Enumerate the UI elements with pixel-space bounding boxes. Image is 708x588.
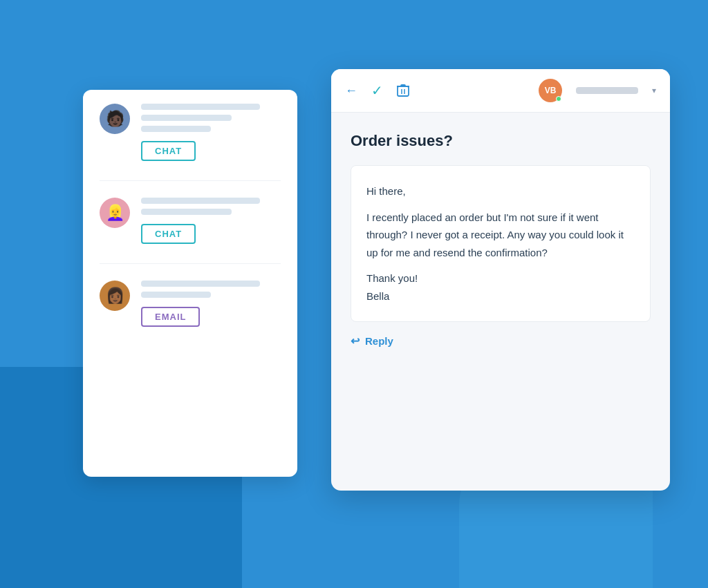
email-closing: Thank you!Bella bbox=[366, 269, 635, 305]
email-toolbar: ← ✓ VB ▾ bbox=[331, 69, 670, 113]
agent-name-bar bbox=[576, 87, 638, 94]
list-item: 🧑🏿 CHAT bbox=[100, 104, 281, 161]
reply-icon: ↩ bbox=[351, 334, 360, 348]
skeleton-line bbox=[141, 126, 211, 132]
chat-item-content: EMAIL bbox=[141, 281, 281, 327]
back-icon[interactable]: ← bbox=[345, 84, 357, 98]
dropdown-arrow-icon[interactable]: ▾ bbox=[652, 86, 656, 95]
email-subject: Order issues? bbox=[351, 132, 651, 150]
agent-status-dot bbox=[556, 96, 561, 102]
agent-initials: VB bbox=[545, 86, 557, 95]
reply-section[interactable]: ↩ Reply bbox=[331, 322, 670, 360]
list-item: 👩🏾 EMAIL bbox=[100, 281, 281, 327]
delete-icon[interactable] bbox=[397, 84, 409, 97]
reply-label: Reply bbox=[365, 335, 393, 347]
divider bbox=[100, 263, 281, 264]
check-icon[interactable]: ✓ bbox=[371, 82, 383, 99]
skeleton-line bbox=[141, 281, 260, 287]
chat-list-panel: 🧑🏿 CHAT 👱‍♀️ CHAT 👩🏾 EMAIL bbox=[83, 90, 297, 477]
chat-item-content: CHAT bbox=[141, 198, 281, 244]
list-item: 👱‍♀️ CHAT bbox=[100, 198, 281, 244]
skeleton-line bbox=[141, 209, 232, 215]
email-detail-panel: ← ✓ VB ▾ Order issues? Hi there, I recen… bbox=[331, 69, 670, 491]
skeleton-line bbox=[141, 104, 260, 110]
skeleton-line bbox=[141, 198, 260, 204]
avatar: 🧑🏿 bbox=[100, 104, 130, 134]
chat-badge[interactable]: CHAT bbox=[141, 224, 196, 244]
email-body-text: I recently placed an order but I'm not s… bbox=[366, 209, 635, 262]
chat-badge[interactable]: CHAT bbox=[141, 141, 196, 161]
email-content-box: Hi there, I recently placed an order but… bbox=[351, 165, 651, 322]
svg-rect-0 bbox=[398, 86, 409, 96]
avatar: 👱‍♀️ bbox=[100, 198, 130, 228]
chat-item-content: CHAT bbox=[141, 104, 281, 161]
email-body: Order issues? Hi there, I recently place… bbox=[331, 113, 670, 322]
email-badge[interactable]: EMAIL bbox=[141, 307, 200, 327]
skeleton-line bbox=[141, 115, 232, 121]
agent-avatar: VB bbox=[539, 79, 562, 102]
email-greeting: Hi there, bbox=[366, 182, 635, 200]
divider bbox=[100, 180, 281, 181]
avatar: 👩🏾 bbox=[100, 281, 130, 311]
skeleton-line bbox=[141, 292, 211, 298]
